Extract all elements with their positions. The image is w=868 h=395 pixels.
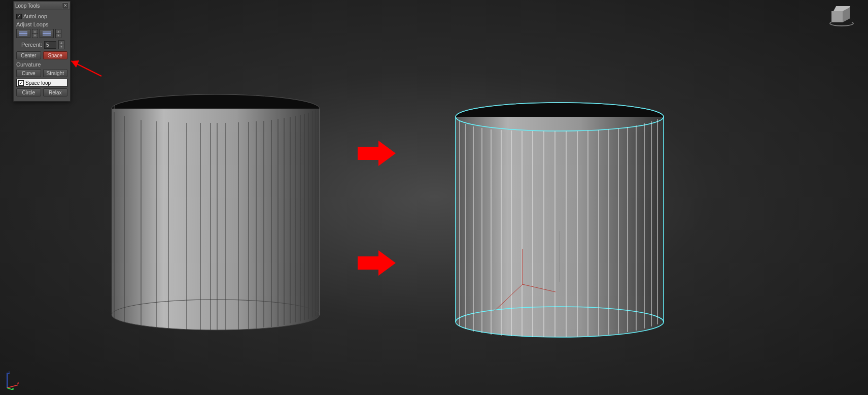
close-icon[interactable]: ✕ xyxy=(62,3,68,9)
shift-spinner-1[interactable]: ▲▼ xyxy=(32,29,38,38)
space-loop-checkbox[interactable] xyxy=(18,80,24,86)
svg-marker-62 xyxy=(358,250,396,276)
space-loop-label: Space loop xyxy=(25,80,51,86)
axis-y-label: y xyxy=(12,387,14,390)
relax-button[interactable]: Relax xyxy=(43,88,68,96)
panel-titlebar[interactable]: Loop Tools ✕ xyxy=(14,2,70,10)
svg-line-59 xyxy=(71,61,101,76)
space-loop-field[interactable]: Space loop xyxy=(16,79,67,87)
percent-input[interactable]: 5 xyxy=(44,41,56,49)
world-axis-tripod: z x y xyxy=(5,370,20,390)
svg-marker-60 xyxy=(71,60,79,68)
shift-loop-left-button[interactable] xyxy=(16,29,30,38)
curvature-label: Curvature xyxy=(16,61,67,68)
svg-line-56 xyxy=(495,284,523,311)
circle-button[interactable]: Circle xyxy=(16,88,41,96)
axis-z-label: z xyxy=(8,371,10,374)
transform-arrow-1 xyxy=(358,141,396,166)
shift-spinner-2[interactable]: ▲▼ xyxy=(55,29,61,38)
viewcube[interactable] xyxy=(826,6,857,30)
cylinder-before xyxy=(112,94,320,330)
shift-loop-right-button[interactable] xyxy=(40,29,54,38)
percent-label: Percent: xyxy=(21,42,42,48)
svg-point-0 xyxy=(112,94,320,123)
transform-arrow-2 xyxy=(358,250,396,276)
adjust-loops-label: Adjust Loops xyxy=(16,21,67,27)
autoloop-checkbox[interactable] xyxy=(16,14,22,19)
center-button[interactable]: Center xyxy=(16,51,41,59)
autoloop-label: AutoLoop xyxy=(23,13,47,19)
svg-line-55 xyxy=(523,284,555,292)
panel-title: Loop Tools xyxy=(15,3,62,9)
straight-button[interactable]: Straight xyxy=(43,69,68,77)
svg-point-30 xyxy=(456,307,664,337)
callout-arrow xyxy=(71,60,101,76)
space-button[interactable]: Space xyxy=(43,51,68,59)
axis-x-label: x xyxy=(17,381,19,384)
svg-point-28 xyxy=(456,103,664,131)
svg-point-1 xyxy=(112,300,320,330)
percent-spinner[interactable]: ▲▼ xyxy=(58,40,64,49)
cylinder-after xyxy=(456,103,664,337)
loop-tools-panel[interactable]: Loop Tools ✕ AutoLoop Adjust Loops ▲▼ ▲▼… xyxy=(13,1,71,102)
object-gizmo xyxy=(495,249,555,311)
viewport-scene[interactable] xyxy=(0,0,868,395)
svg-marker-61 xyxy=(358,141,396,166)
curve-button[interactable]: Curve xyxy=(16,69,41,77)
svg-point-29 xyxy=(456,103,664,131)
